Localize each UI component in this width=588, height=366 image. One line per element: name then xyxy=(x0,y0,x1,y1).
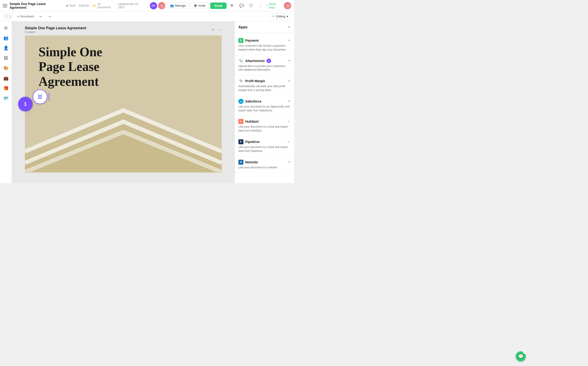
pipedrive-description: Link your document to a Deal and import … xyxy=(238,145,290,153)
doc-page-wrapper: 1 xyxy=(25,35,222,173)
app-salesforce-title: ☁ Salesforce xyxy=(238,99,261,104)
doc-header: Simple One Page Lease Agreement 5 pages … xyxy=(25,26,222,34)
eye-icon-button[interactable]: 👁 xyxy=(228,2,236,10)
app-hubspot: H HubSpot ✓ Link your document to a Deal… xyxy=(235,116,294,136)
doc-folder: All documents xyxy=(98,2,115,9)
send-button[interactable]: Send xyxy=(210,2,226,9)
app-payment: $ Payment + Your customers will receive … xyxy=(235,35,294,55)
salesforce-description: Link your document to an Opportunity and… xyxy=(238,105,290,113)
app-payment-title: $ Payment xyxy=(238,38,259,43)
document-page: Simple OnePage LeaseAgreement xyxy=(25,35,222,173)
profit-icon: % xyxy=(238,78,244,84)
panel-title: Apps xyxy=(238,25,248,29)
salesforce-add-button[interactable]: + xyxy=(288,99,290,104)
app-netsuite-title: N Netsuite xyxy=(238,160,258,165)
invite-button[interactable]: ➕ Invite xyxy=(191,2,208,9)
sidebar-apps-button[interactable]: ⊞ xyxy=(1,23,10,32)
salesforce-icon: ☁ xyxy=(238,99,244,104)
doc-more-button[interactable]: ··· xyxy=(218,27,221,32)
doc-meta: Draft • $200.00 • 📁 All documents • Upda… xyxy=(66,2,145,9)
app-profit-margin: % Profit Margin + Automatically calculat… xyxy=(235,75,294,96)
editing-pencil-icon: ✏ xyxy=(272,15,275,18)
attachments-description: Upload files to provide your customers w… xyxy=(238,64,290,72)
app-attachments: 📎 Attachments 2 + Upload files to provid… xyxy=(235,55,294,76)
avatar-dv: DV xyxy=(150,2,157,9)
vertical-divider xyxy=(49,93,49,101)
grid-icon xyxy=(38,95,42,99)
redo-button[interactable]: ↪ xyxy=(46,13,53,20)
pipedrive-check-icon: ✓ xyxy=(287,139,290,144)
folder-icon: 📁 xyxy=(93,4,96,7)
hubspot-check-icon: ✓ xyxy=(287,119,290,124)
netsuite-add-button[interactable]: + xyxy=(288,160,290,164)
attachments-badge: 2 xyxy=(267,59,271,63)
more-vert-button[interactable]: ⋮ xyxy=(257,2,265,10)
doc-price: $200.00 xyxy=(79,4,89,7)
document-title: Simple One Page Lease Agreement xyxy=(10,2,63,9)
app-attachments-title: 📎 Attachments 2 xyxy=(238,58,271,63)
profit-add-button[interactable]: + xyxy=(288,79,290,84)
sidebar-gift-button[interactable]: 🎁 xyxy=(1,84,10,93)
nav-right: DV U 👥 Manage ➕ Invite Send 👁 💬 ⓘ ⋮ ? Ne… xyxy=(150,2,291,10)
apps-list: $ Payment + Your customers will receive … xyxy=(235,33,294,183)
right-panel: Apps × $ Payment + Your customers will r… xyxy=(235,22,294,183)
page-count[interactable]: 📄 1 xyxy=(3,14,13,19)
toolbar: 📄 1 + Document ↩ ↪ ✏ Editing ▾ xyxy=(0,11,294,22)
app-profit-title: % Profit Margin xyxy=(238,78,265,84)
payment-icon: $ xyxy=(238,38,244,43)
hamburger-menu[interactable] xyxy=(3,3,7,8)
app-salesforce: ☁ Salesforce + Link your document to an … xyxy=(235,96,294,116)
netsuite-description: Link your document to a Vendor xyxy=(238,166,290,169)
payment-add-button[interactable]: + xyxy=(288,38,290,43)
help-link[interactable]: ? Need help xyxy=(266,2,282,9)
avatar-group: DV U xyxy=(150,2,165,9)
add-icon: + xyxy=(17,15,19,19)
left-sidebar: ⊞ 👥 👤 🖼 🎨 💼 🎁 🪪 xyxy=(0,22,12,183)
pipedrive-icon: P xyxy=(238,139,244,144)
chevron-decoration xyxy=(25,81,222,173)
status-dot xyxy=(66,5,68,7)
profit-description: Automatically calculate your total profi… xyxy=(238,84,290,92)
attach-icon: 📎 xyxy=(238,58,244,63)
sidebar-briefcase-button[interactable]: 💼 xyxy=(1,74,10,83)
app-netsuite: N Netsuite + Link your document to a Ven… xyxy=(235,156,294,173)
add-document-button[interactable]: + Document xyxy=(15,14,36,19)
panel-close-button[interactable]: × xyxy=(288,25,290,30)
sidebar-image-button[interactable]: 🖼 xyxy=(1,53,10,63)
hubspot-icon: H xyxy=(238,119,244,124)
top-nav: Simple One Page Lease Agreement Draft • … xyxy=(0,0,294,11)
main-layout: ⊞ 👥 👤 🖼 🎨 💼 🎁 🪪 Simple One Page Lease Ag… xyxy=(0,22,294,183)
circles-container: 1 xyxy=(25,97,40,111)
editing-button[interactable]: ✏ Editing ▾ xyxy=(269,13,291,20)
netsuite-icon: N xyxy=(238,160,244,165)
doc-updated: Updated Mar 28, 2023 xyxy=(118,2,145,9)
invite-icon: ➕ xyxy=(194,4,197,7)
chat-icon-button[interactable]: 💬 xyxy=(238,2,245,10)
sidebar-palette-button[interactable]: 🎨 xyxy=(1,64,10,73)
document-area: Simple One Page Lease Agreement 5 pages … xyxy=(12,22,235,183)
doc-add-section-button[interactable]: + xyxy=(212,27,215,32)
doc-pages: 5 pages xyxy=(25,30,86,34)
doc-status: Draft xyxy=(69,4,75,7)
manage-button[interactable]: 👥 Manage xyxy=(167,2,189,9)
attachments-add-button[interactable]: + xyxy=(288,58,290,63)
doc-name: Simple One Page Lease Agreement xyxy=(25,26,86,30)
app-hubspot-title: H HubSpot xyxy=(238,119,259,124)
circle-2-apps-icon[interactable] xyxy=(33,89,47,104)
manage-icon: 👥 xyxy=(170,4,174,7)
page-icon: 📄 xyxy=(5,15,8,18)
sidebar-user-button[interactable]: 👤 xyxy=(1,44,10,53)
info-icon-button[interactable]: ⓘ xyxy=(247,2,255,10)
app-pipedrive: P Pipedrive ✓ Link your document to a De… xyxy=(235,136,294,156)
sidebar-users-button[interactable]: 👥 xyxy=(1,33,10,43)
avatar-user: U xyxy=(158,2,165,9)
hubspot-description: Link your document to a Deal and import … xyxy=(238,125,290,133)
editing-chevron-icon: ▾ xyxy=(287,15,288,18)
circle-1: 1 xyxy=(18,97,33,111)
app-pipedrive-title: P Pipedrive xyxy=(238,139,260,144)
payment-description: Your customers will receive a payment re… xyxy=(238,44,290,52)
user-avatar[interactable]: U xyxy=(284,2,291,9)
panel-header: Apps × xyxy=(235,22,294,33)
undo-button[interactable]: ↩ xyxy=(38,13,44,20)
sidebar-idcard-button[interactable]: 🪪 xyxy=(1,94,10,103)
